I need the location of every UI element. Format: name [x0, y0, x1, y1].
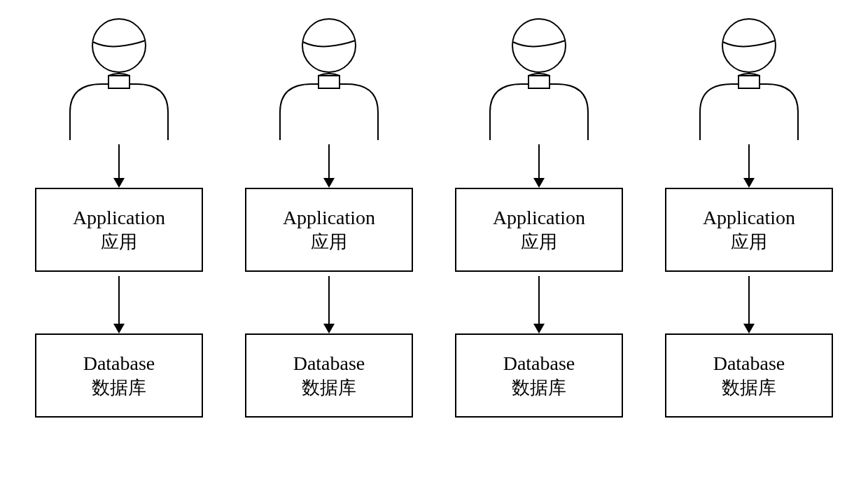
database-label-cn: 数据库 [92, 376, 146, 400]
database-label-en: Database [83, 351, 155, 376]
application-box: Application 应用 [245, 188, 413, 272]
database-box: Database 数据库 [245, 333, 413, 418]
user-icon [479, 14, 598, 140]
user-icon [270, 14, 388, 140]
database-box: Database 数据库 [35, 333, 203, 418]
database-label-en: Database [293, 351, 365, 376]
user-icon [59, 14, 178, 140]
database-label-en: Database [713, 351, 785, 376]
column-3: Application 应用 Database 数据库 [455, 14, 623, 418]
database-box: Database 数据库 [665, 333, 833, 418]
column-4: Application 应用 Database 数据库 [665, 14, 833, 418]
arrow-app-to-db [328, 276, 330, 332]
application-label-cn: 应用 [731, 230, 767, 254]
application-label-cn: 应用 [311, 230, 347, 254]
arrow-app-to-db [118, 276, 120, 332]
arrow-app-to-db [538, 276, 540, 332]
database-label-cn: 数据库 [302, 376, 356, 400]
application-box: Application 应用 [35, 188, 203, 272]
arrow-app-to-db [748, 276, 750, 332]
column-1: Application 应用 Database 数据库 [35, 14, 203, 418]
arrow-user-to-app [118, 144, 120, 186]
application-label-en: Application [283, 205, 375, 230]
column-2: Application 应用 Database 数据库 [245, 14, 413, 418]
diagram-container: Application 应用 Database 数据库 Application … [0, 0, 868, 439]
database-label-cn: 数据库 [722, 376, 776, 400]
database-label-cn: 数据库 [512, 376, 566, 400]
application-label-en: Application [703, 205, 795, 230]
arrow-user-to-app [538, 144, 540, 186]
arrow-user-to-app [748, 144, 750, 186]
application-box: Application 应用 [665, 188, 833, 272]
application-box: Application 应用 [455, 188, 623, 272]
application-label-cn: 应用 [521, 230, 557, 254]
user-icon [690, 14, 808, 140]
application-label-en: Application [493, 205, 585, 230]
arrow-user-to-app [328, 144, 330, 186]
database-label-en: Database [503, 351, 575, 376]
application-label-en: Application [73, 205, 165, 230]
application-label-cn: 应用 [101, 230, 137, 254]
database-box: Database 数据库 [455, 333, 623, 418]
